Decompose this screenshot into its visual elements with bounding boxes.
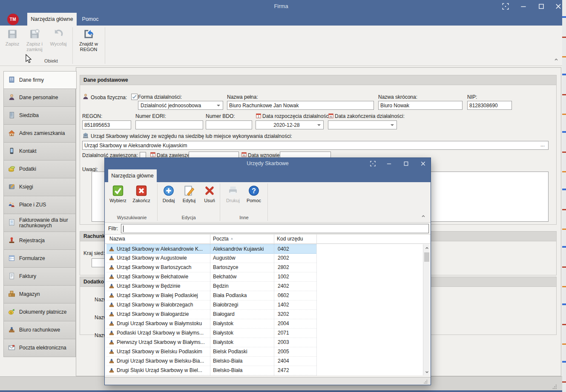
ribbon-button-zapisz-i-zamknij[interactable]: Zapisz i zamknij [24,27,45,57]
add-icon [160,185,177,198]
sidebar-item-płace-i-zus[interactable]: Płace i ZUS [3,196,76,214]
select-check-icon [108,185,128,198]
sidebar-item-magazyn[interactable]: Magazyn [3,286,76,303]
data-zakonczenia-select[interactable] [328,120,397,129]
column-header-poczta[interactable]: Poczta [210,235,274,244]
sidebar-item-faktury[interactable]: Faktury [3,268,76,286]
sidebar-item-księgi[interactable]: Księgi [3,178,76,196]
urzad-skarbowy-input[interactable] [82,141,549,150]
sidebar-item-adres-zamieszkania[interactable]: Adres zamieszkania [3,125,76,143]
app-logo: TM [7,14,19,25]
dialog-ribbon-button-wybierz[interactable]: Wybierz [108,183,128,214]
dialog-ribbon-collapse-icon[interactable] [421,214,426,220]
cell-kod-urzedu: 0402 [278,246,316,252]
tax-office-icon [82,132,89,140]
window-maximize-button[interactable] [399,159,413,168]
book-icon [8,183,15,192]
coins-icon [8,165,15,174]
dialog-urzedy-skarbowe: Urzędy Skarbowe Narzędzia główne Wybierz… [104,157,431,385]
cell-kod-urzedu: 2002 [278,255,316,261]
window-minimize-button[interactable] [516,2,531,11]
sidebar-item-biuro-rachunkowe[interactable]: Biuro rachunkowe [3,321,76,339]
window-fullscreen-button[interactable] [498,2,513,11]
nazwa-skrocona-input[interactable] [378,101,463,110]
save-close-icon [24,29,45,41]
dialog-resize-grip[interactable] [423,379,428,386]
office-icon [109,358,115,365]
table-row[interactable]: Urząd Skarbowy w Białej PodlaskiejBiała … [106,291,316,300]
window-maximize-button[interactable] [534,2,549,11]
table-row[interactable]: Pierwszy Urząd Skarbowy w Białyms...Biał… [106,338,316,347]
table-row[interactable]: Drugi Urząd Skarbowy w Bielsku-Bia...Bie… [106,357,316,366]
window-close-button[interactable] [416,159,430,168]
tab-narzedzia-glowne[interactable]: Narzędzia główne [27,13,77,26]
window-titlebar: Firma [0,0,562,13]
osoba-fizyczna-checkbox[interactable] [131,94,138,100]
table-row[interactable]: Drugi Urząd Skarbowy w BiałymstokuBiałys… [106,319,316,329]
sidebar-item-dane-firmy[interactable]: Dane firmy [3,71,77,89]
nip-input[interactable] [467,101,512,110]
urzad-browse-button[interactable]: ... [537,142,548,149]
table-scrollbar[interactable] [423,244,430,375]
sidebar-item-siedziba[interactable]: Siedziba [3,107,76,125]
dialog-ribbon-button-drukuj[interactable]: Drukuj [223,183,243,214]
cell-poczta: Białystok [213,330,273,336]
cell-poczta: Będzin [213,283,273,289]
column-header-nazwa[interactable]: Nazwa [107,235,210,244]
ribbon-collapse-icon[interactable] [554,57,559,63]
tab-pomoc[interactable]: Pomoc [77,13,104,26]
dialog-ribbon-group-label: Wyszukiwanie [106,215,157,220]
cell-poczta: Bartoszyce [213,264,273,270]
regon-input[interactable] [82,120,131,129]
table-row[interactable]: Podlaski Urząd Skarbowy w Białyms...Biał… [106,329,316,338]
sidebar-item-kontakt[interactable]: Kontakt [3,143,76,160]
sidebar-item-dane-personalne[interactable]: Dane personalne [3,89,76,107]
column-header-kod-urzędu[interactable]: Kod urzędu [274,235,317,244]
scrollbar-up-icon[interactable] [423,244,430,251]
close-red-icon [130,185,152,198]
cell-nazwa: Urząd Skarbowy w Będzinie [117,283,210,289]
filter-input[interactable] [121,224,429,233]
window-fullscreen-button[interactable] [365,159,380,168]
eori-input[interactable] [135,120,203,129]
bdo-input[interactable] [206,120,252,129]
table-row[interactable]: Urząd Skarbowy w AugustowieAugustów2002 [106,254,316,263]
sidebar-item-dokumenty-płatnicze[interactable]: $Dokumenty płatnicze [3,303,76,321]
ribbon-tab-strip: TM Narzędzia głównePomoc [0,13,562,26]
table-row[interactable]: Urząd Skarbowy w BartoszycachBartoszyce2… [106,263,316,272]
sidebar-item-rejestracja[interactable]: Rejestracja [3,232,76,250]
sidebar-item-poczta-elektroniczna[interactable]: Poczta elektroniczna [3,339,76,357]
table-row[interactable]: Urząd Skarbowy w Aleksandrowie K...Aleks… [106,244,316,254]
ribbon-button-wycofaj[interactable]: Wycofaj [47,27,70,57]
table-row[interactable]: Drugi Śląski Urząd Skarbowy w Biel...Bie… [106,366,316,375]
sidebar-item-podatki[interactable]: Podatki [3,160,76,178]
office-icon [109,311,115,318]
forma-dzialalnosci-select[interactable]: Działalność jednoosobowa [138,101,223,110]
table-row[interactable]: Urząd Skarbowy w BędzinieBędzin2402 [106,282,316,291]
table-row[interactable]: Urząd Skarbowy w BiałobrzegachBiałobrzeg… [106,300,316,310]
dialog-ribbon-button-usuń[interactable]: Usuń [201,183,218,214]
cell-poczta: Białobrzegi [213,302,273,308]
stamp-icon [8,237,15,245]
table-row[interactable]: Urząd Skarbowy w Bielsku PodlaskimBielsk… [106,347,316,357]
dialog-ribbon-button-dodaj[interactable]: Dodaj [160,183,177,214]
scrollbar-thumb[interactable] [424,252,429,262]
dialog-ribbon-button-zakończ[interactable]: Zakończ [130,183,152,214]
dialog-ribbon-button-pomoc[interactable]: ?Pomoc [244,183,263,214]
dialog-tab-narzedzia-glowne[interactable]: Narzędzia główne [108,169,157,182]
table-row[interactable]: Urząd Skarbowy w BiałogardzieBiałogard32… [106,310,316,319]
scrollbar-down-icon[interactable] [423,369,430,375]
dialog-ribbon-button-edytuj[interactable]: Edytuj [179,183,199,214]
sidebar-item-formularze[interactable]: Formularze [3,250,76,268]
cell-kod-urzedu: 2005 [278,349,316,355]
data-rozpoczecia-select[interactable]: 2020-12-28 [256,120,324,129]
window-minimize-button[interactable] [382,159,396,168]
table-row[interactable]: Urząd Skarbowy w BełchatowieBełchatów100… [106,272,316,282]
sidebar-item-fakturowanie-dla-biur-rachunkowych[interactable]: Fakturowanie dla biur rachunkowych [3,214,76,232]
ribbon-button-znajd-w-regon[interactable]: Znajdź w REGON [75,27,102,57]
nazwa-pelna-input[interactable] [227,101,374,110]
nip-label: NIP: [467,94,477,100]
cell-nazwa: Urząd Skarbowy w Bielsku Podlaskim [117,349,210,355]
svg-text:1: 1 [152,154,154,157]
ribbon-button-zapisz[interactable]: Zapisz [3,27,22,57]
